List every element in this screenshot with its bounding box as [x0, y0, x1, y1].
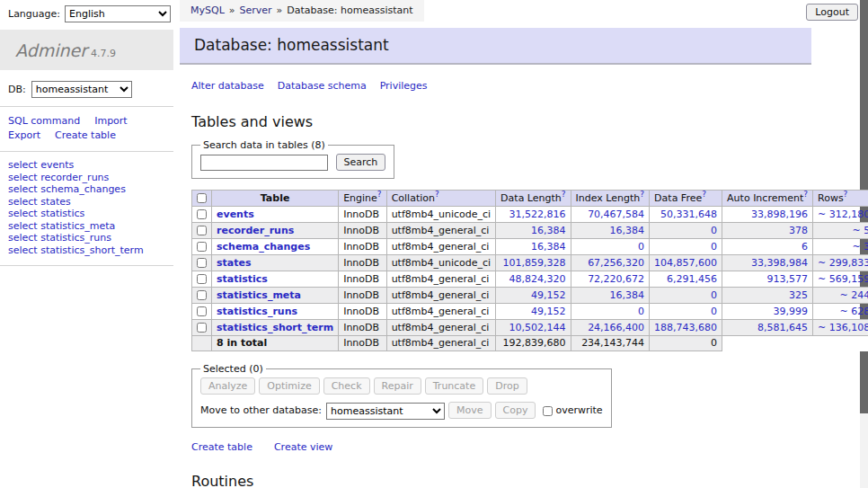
- sidebar-select-statistics-link[interactable]: select statistics: [8, 208, 84, 219]
- column-header-auto-increment: Auto Increment?: [722, 191, 813, 207]
- data-length-cell: 10,502,144: [496, 320, 571, 336]
- column-header-data-length: Data Length?: [496, 191, 571, 207]
- select-all-checkbox[interactable]: [197, 193, 207, 203]
- app-brand: Adminer4.7.9: [0, 30, 173, 70]
- row-checkbox-events[interactable]: [197, 209, 207, 219]
- engine-cell: InnoDB: [339, 255, 386, 271]
- engine-cell: InnoDB: [339, 271, 386, 288]
- data-free-cell: 104,857,600: [650, 255, 722, 271]
- sidebar-select-schema-changes-link[interactable]: select schema_changes: [8, 183, 126, 195]
- db-label: DB:: [8, 84, 26, 95]
- sidebar-select-statistics-meta-link[interactable]: select statistics_meta: [8, 220, 115, 232]
- help-link-auto-increment[interactable]: ?: [803, 190, 808, 199]
- search-button[interactable]: Search: [336, 154, 386, 171]
- move-label: Move to other database:: [200, 404, 322, 416]
- analyze-button[interactable]: Analyze: [200, 377, 255, 395]
- row-checkbox-recorder-runs[interactable]: [197, 226, 207, 235]
- search-input[interactable]: [200, 155, 328, 171]
- sidebar-select-states-link[interactable]: select states: [8, 196, 71, 208]
- help-link-data-length[interactable]: ?: [562, 190, 566, 199]
- create-view-link[interactable]: Create view: [274, 441, 332, 453]
- row-checkbox-states[interactable]: [197, 258, 207, 268]
- db-select[interactable]: homeassistant: [31, 81, 132, 98]
- row-checkbox-statistics[interactable]: [197, 274, 207, 284]
- engine-cell: InnoDB: [339, 288, 386, 304]
- help-link-index-length[interactable]: ?: [640, 190, 644, 199]
- collation-cell: utf8mb4_unicode_ci: [386, 207, 495, 223]
- data-free-cell: 0: [650, 304, 722, 320]
- repair-button[interactable]: Repair: [374, 377, 421, 395]
- data-length-cell: 101,859,328: [496, 255, 571, 271]
- table-link-schema-changes[interactable]: schema_changes: [217, 241, 310, 253]
- table-link-statistics-meta[interactable]: statistics_meta: [217, 289, 301, 301]
- table-link-statistics-runs[interactable]: statistics_runs: [217, 306, 297, 317]
- breadcrumb-link-mysql[interactable]: MySQL: [190, 4, 225, 16]
- sidebar-select-recorder-runs-link[interactable]: select recorder_runs: [8, 172, 109, 183]
- check-button[interactable]: Check: [323, 377, 370, 395]
- rows-estimate-cell: ~ 244: [813, 288, 868, 304]
- row-checkbox-statistics-runs[interactable]: [197, 306, 207, 316]
- truncate-button[interactable]: Truncate: [425, 377, 483, 395]
- data-free-cell: 0: [650, 223, 722, 239]
- privileges-link[interactable]: Privileges: [380, 80, 428, 92]
- index-length-cell: 72,220,672: [571, 271, 650, 288]
- overwrite-checkbox[interactable]: [543, 406, 553, 416]
- total-data-free-cell: 0: [650, 336, 722, 351]
- table-link-statistics-short-term[interactable]: statistics_short_term: [217, 322, 333, 333]
- row-checkbox-statistics-short-term[interactable]: [197, 323, 207, 333]
- total-engine-cell: InnoDB: [339, 336, 386, 351]
- table-link-states[interactable]: states: [217, 257, 252, 269]
- language-select[interactable]: English: [65, 5, 171, 22]
- sidebar-select-statistics-runs-link[interactable]: select statistics_runs: [8, 232, 111, 244]
- auto-increment-cell: 33,898,196: [722, 207, 813, 223]
- column-header-data-free: Data Free?: [650, 191, 722, 207]
- table-row-statistics-short-term: statistics_short_termInnoDButf8mb4_gener…: [192, 320, 868, 336]
- help-link-collation[interactable]: ?: [435, 190, 439, 199]
- data-length-cell: 48,824,320: [496, 271, 571, 288]
- tables-overview-table: TableEngine?Collation?Data Length?Index …: [191, 190, 868, 351]
- sidebar-link-create-table[interactable]: Create table: [55, 129, 116, 141]
- move-button[interactable]: Move: [448, 402, 492, 419]
- data-free-cell: 0: [650, 288, 722, 304]
- sidebar-link-import[interactable]: Import: [94, 115, 128, 127]
- help-link-engine[interactable]: ?: [377, 190, 382, 199]
- drop-button[interactable]: Drop: [487, 377, 527, 395]
- help-link-rows[interactable]: ?: [844, 190, 848, 199]
- collation-cell: utf8mb4_general_ci: [386, 239, 495, 255]
- table-link-events[interactable]: events: [217, 209, 254, 220]
- table-row-statistics-meta: statistics_metaInnoDButf8mb4_general_ci4…: [192, 288, 868, 304]
- auto-increment-cell: 8,581,645: [722, 320, 813, 336]
- selected-actions-row: AnalyzeOptimizeCheckRepairTruncateDrop: [200, 377, 603, 395]
- table-name-cell: schema_changes: [212, 239, 339, 255]
- table-link-recorder-runs[interactable]: recorder_runs: [217, 225, 294, 236]
- rows-estimate-cell: ~ 628: [813, 304, 868, 320]
- help-superscript: ?: [435, 190, 439, 199]
- move-database-select[interactable]: homeassistant: [326, 403, 445, 420]
- table-header-checkbox-cell: [192, 191, 212, 207]
- breadcrumb-current: Database: homeassistant: [287, 4, 412, 16]
- breadcrumb-separator: »: [277, 4, 283, 16]
- overwrite-label: overwrite: [555, 404, 602, 416]
- page-title: Database: homeassistant: [180, 28, 811, 65]
- breadcrumb-link-server[interactable]: Server: [240, 4, 272, 16]
- create-table-link[interactable]: Create table: [191, 441, 252, 453]
- column-header-engine: Engine?: [339, 191, 386, 207]
- alter-database-link[interactable]: Alter database: [191, 80, 264, 92]
- sidebar-table-links: select eventsselect recorder_runsselect …: [0, 152, 173, 266]
- help-link-data-free[interactable]: ?: [702, 190, 706, 199]
- help-superscript: ?: [844, 190, 848, 199]
- database-schema-link[interactable]: Database schema: [278, 80, 367, 92]
- help-superscript: ?: [562, 190, 566, 199]
- table-link-statistics[interactable]: statistics: [217, 273, 268, 285]
- sidebar-link-sql-command[interactable]: SQL command: [8, 115, 80, 127]
- row-checkbox-schema-changes[interactable]: [197, 242, 207, 252]
- sidebar-link-export[interactable]: Export: [8, 129, 40, 141]
- row-checkbox-statistics-meta[interactable]: [197, 290, 207, 300]
- copy-button[interactable]: Copy: [495, 402, 536, 419]
- sidebar-select-events-link[interactable]: select events: [8, 159, 74, 171]
- column-header-collation: Collation?: [386, 191, 495, 207]
- app-version: 4.7.9: [91, 48, 116, 59]
- rows-estimate-cell: ~ 312,180: [813, 207, 868, 223]
- sidebar-select-statistics-short-term-link[interactable]: select statistics_short_term: [8, 244, 144, 256]
- optimize-button[interactable]: Optimize: [259, 377, 319, 395]
